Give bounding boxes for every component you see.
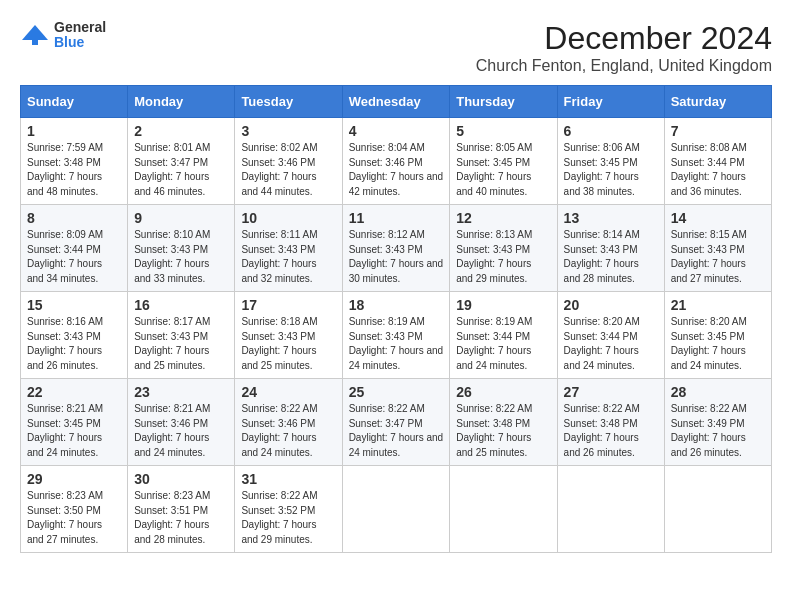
svg-rect-1	[32, 38, 38, 45]
day-number: 2	[134, 123, 228, 139]
day-info: Sunrise: 8:15 AM Sunset: 3:43 PM Dayligh…	[671, 228, 765, 286]
calendar-day-cell	[557, 466, 664, 553]
calendar-day-cell: 4 Sunrise: 8:04 AM Sunset: 3:46 PM Dayli…	[342, 118, 450, 205]
calendar-day-cell	[450, 466, 557, 553]
day-number: 13	[564, 210, 658, 226]
main-title: December 2024	[476, 20, 772, 57]
day-number: 8	[27, 210, 121, 226]
svg-marker-0	[22, 25, 48, 40]
day-info: Sunrise: 8:23 AM Sunset: 3:50 PM Dayligh…	[27, 489, 121, 547]
day-number: 22	[27, 384, 121, 400]
day-info: Sunrise: 8:21 AM Sunset: 3:45 PM Dayligh…	[27, 402, 121, 460]
logo-icon	[20, 20, 50, 50]
day-number: 12	[456, 210, 550, 226]
day-info: Sunrise: 8:22 AM Sunset: 3:49 PM Dayligh…	[671, 402, 765, 460]
day-info: Sunrise: 8:10 AM Sunset: 3:43 PM Dayligh…	[134, 228, 228, 286]
calendar-day-cell: 9 Sunrise: 8:10 AM Sunset: 3:43 PM Dayli…	[128, 205, 235, 292]
day-number: 19	[456, 297, 550, 313]
day-info: Sunrise: 8:13 AM Sunset: 3:43 PM Dayligh…	[456, 228, 550, 286]
header-saturday: Saturday	[664, 86, 771, 118]
calendar-day-cell: 14 Sunrise: 8:15 AM Sunset: 3:43 PM Dayl…	[664, 205, 771, 292]
day-number: 1	[27, 123, 121, 139]
day-number: 26	[456, 384, 550, 400]
day-info: Sunrise: 8:14 AM Sunset: 3:43 PM Dayligh…	[564, 228, 658, 286]
day-info: Sunrise: 8:05 AM Sunset: 3:45 PM Dayligh…	[456, 141, 550, 199]
calendar-header-row: Sunday Monday Tuesday Wednesday Thursday…	[21, 86, 772, 118]
day-info: Sunrise: 8:02 AM Sunset: 3:46 PM Dayligh…	[241, 141, 335, 199]
day-number: 29	[27, 471, 121, 487]
calendar-day-cell	[664, 466, 771, 553]
day-info: Sunrise: 8:09 AM Sunset: 3:44 PM Dayligh…	[27, 228, 121, 286]
day-info: Sunrise: 8:23 AM Sunset: 3:51 PM Dayligh…	[134, 489, 228, 547]
title-area: December 2024 Church Fenton, England, Un…	[476, 20, 772, 75]
calendar-day-cell: 25 Sunrise: 8:22 AM Sunset: 3:47 PM Dayl…	[342, 379, 450, 466]
calendar-day-cell: 26 Sunrise: 8:22 AM Sunset: 3:48 PM Dayl…	[450, 379, 557, 466]
header-thursday: Thursday	[450, 86, 557, 118]
calendar-day-cell: 24 Sunrise: 8:22 AM Sunset: 3:46 PM Dayl…	[235, 379, 342, 466]
calendar-day-cell: 19 Sunrise: 8:19 AM Sunset: 3:44 PM Dayl…	[450, 292, 557, 379]
header-wednesday: Wednesday	[342, 86, 450, 118]
calendar-day-cell: 13 Sunrise: 8:14 AM Sunset: 3:43 PM Dayl…	[557, 205, 664, 292]
day-info: Sunrise: 8:17 AM Sunset: 3:43 PM Dayligh…	[134, 315, 228, 373]
calendar-day-cell: 18 Sunrise: 8:19 AM Sunset: 3:43 PM Dayl…	[342, 292, 450, 379]
calendar-day-cell: 8 Sunrise: 8:09 AM Sunset: 3:44 PM Dayli…	[21, 205, 128, 292]
header-sunday: Sunday	[21, 86, 128, 118]
day-number: 18	[349, 297, 444, 313]
day-info: Sunrise: 8:19 AM Sunset: 3:43 PM Dayligh…	[349, 315, 444, 373]
day-number: 16	[134, 297, 228, 313]
subtitle: Church Fenton, England, United Kingdom	[476, 57, 772, 75]
calendar-day-cell: 6 Sunrise: 8:06 AM Sunset: 3:45 PM Dayli…	[557, 118, 664, 205]
day-info: Sunrise: 8:08 AM Sunset: 3:44 PM Dayligh…	[671, 141, 765, 199]
day-info: Sunrise: 8:21 AM Sunset: 3:46 PM Dayligh…	[134, 402, 228, 460]
day-info: Sunrise: 8:22 AM Sunset: 3:48 PM Dayligh…	[564, 402, 658, 460]
logo-text: General Blue	[54, 20, 106, 51]
calendar-week-3: 15 Sunrise: 8:16 AM Sunset: 3:43 PM Dayl…	[21, 292, 772, 379]
calendar-day-cell: 11 Sunrise: 8:12 AM Sunset: 3:43 PM Dayl…	[342, 205, 450, 292]
day-number: 23	[134, 384, 228, 400]
day-number: 31	[241, 471, 335, 487]
day-number: 6	[564, 123, 658, 139]
calendar-day-cell	[342, 466, 450, 553]
calendar-day-cell: 29 Sunrise: 8:23 AM Sunset: 3:50 PM Dayl…	[21, 466, 128, 553]
calendar-week-2: 8 Sunrise: 8:09 AM Sunset: 3:44 PM Dayli…	[21, 205, 772, 292]
day-info: Sunrise: 8:20 AM Sunset: 3:44 PM Dayligh…	[564, 315, 658, 373]
day-info: Sunrise: 8:20 AM Sunset: 3:45 PM Dayligh…	[671, 315, 765, 373]
day-info: Sunrise: 8:11 AM Sunset: 3:43 PM Dayligh…	[241, 228, 335, 286]
day-number: 14	[671, 210, 765, 226]
day-info: Sunrise: 8:22 AM Sunset: 3:48 PM Dayligh…	[456, 402, 550, 460]
calendar-day-cell: 12 Sunrise: 8:13 AM Sunset: 3:43 PM Dayl…	[450, 205, 557, 292]
day-number: 3	[241, 123, 335, 139]
day-number: 17	[241, 297, 335, 313]
calendar-day-cell: 22 Sunrise: 8:21 AM Sunset: 3:45 PM Dayl…	[21, 379, 128, 466]
day-number: 4	[349, 123, 444, 139]
calendar-day-cell: 27 Sunrise: 8:22 AM Sunset: 3:48 PM Dayl…	[557, 379, 664, 466]
logo: General Blue	[20, 20, 106, 51]
calendar-day-cell: 16 Sunrise: 8:17 AM Sunset: 3:43 PM Dayl…	[128, 292, 235, 379]
page-header: General Blue December 2024 Church Fenton…	[20, 20, 772, 75]
calendar-week-5: 29 Sunrise: 8:23 AM Sunset: 3:50 PM Dayl…	[21, 466, 772, 553]
calendar-table: Sunday Monday Tuesday Wednesday Thursday…	[20, 85, 772, 553]
calendar-day-cell: 28 Sunrise: 8:22 AM Sunset: 3:49 PM Dayl…	[664, 379, 771, 466]
day-info: Sunrise: 8:04 AM Sunset: 3:46 PM Dayligh…	[349, 141, 444, 199]
day-info: Sunrise: 7:59 AM Sunset: 3:48 PM Dayligh…	[27, 141, 121, 199]
day-number: 30	[134, 471, 228, 487]
day-number: 28	[671, 384, 765, 400]
day-number: 15	[27, 297, 121, 313]
calendar-day-cell: 5 Sunrise: 8:05 AM Sunset: 3:45 PM Dayli…	[450, 118, 557, 205]
calendar-day-cell: 21 Sunrise: 8:20 AM Sunset: 3:45 PM Dayl…	[664, 292, 771, 379]
header-friday: Friday	[557, 86, 664, 118]
calendar-day-cell: 20 Sunrise: 8:20 AM Sunset: 3:44 PM Dayl…	[557, 292, 664, 379]
day-number: 7	[671, 123, 765, 139]
day-number: 21	[671, 297, 765, 313]
day-number: 24	[241, 384, 335, 400]
calendar-day-cell: 30 Sunrise: 8:23 AM Sunset: 3:51 PM Dayl…	[128, 466, 235, 553]
calendar-day-cell: 10 Sunrise: 8:11 AM Sunset: 3:43 PM Dayl…	[235, 205, 342, 292]
calendar-week-1: 1 Sunrise: 7:59 AM Sunset: 3:48 PM Dayli…	[21, 118, 772, 205]
day-info: Sunrise: 8:06 AM Sunset: 3:45 PM Dayligh…	[564, 141, 658, 199]
logo-blue: Blue	[54, 35, 106, 50]
day-number: 27	[564, 384, 658, 400]
calendar-day-cell: 7 Sunrise: 8:08 AM Sunset: 3:44 PM Dayli…	[664, 118, 771, 205]
calendar-day-cell: 23 Sunrise: 8:21 AM Sunset: 3:46 PM Dayl…	[128, 379, 235, 466]
day-info: Sunrise: 8:22 AM Sunset: 3:46 PM Dayligh…	[241, 402, 335, 460]
day-info: Sunrise: 8:16 AM Sunset: 3:43 PM Dayligh…	[27, 315, 121, 373]
